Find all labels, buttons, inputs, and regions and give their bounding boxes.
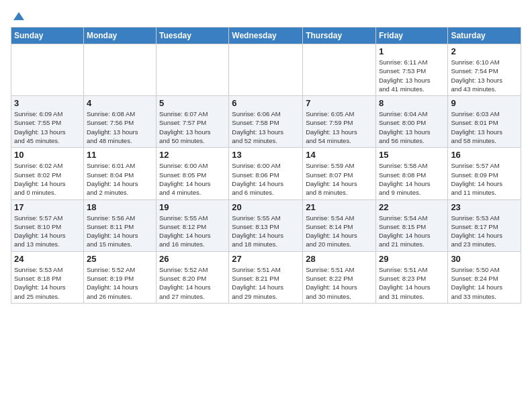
calendar-cell: 11Sunrise: 6:01 AM Sunset: 8:04 PM Dayli… (83, 148, 156, 199)
day-info: Sunrise: 6:04 AM Sunset: 8:00 PM Dayligh… (379, 109, 445, 145)
day-info: Sunrise: 6:00 AM Sunset: 8:05 PM Dayligh… (159, 161, 226, 197)
day-number: 5 (159, 98, 226, 108)
day-info: Sunrise: 5:51 AM Sunset: 8:21 PM Dayligh… (232, 265, 300, 301)
day-info: Sunrise: 5:51 AM Sunset: 8:22 PM Dayligh… (306, 265, 373, 301)
calendar-cell: 19Sunrise: 5:55 AM Sunset: 8:12 PM Dayli… (157, 199, 229, 251)
calendar-cell: 30Sunrise: 5:50 AM Sunset: 8:24 PM Dayli… (448, 251, 521, 303)
day-info: Sunrise: 5:59 AM Sunset: 8:07 PM Dayligh… (306, 161, 373, 197)
day-info: Sunrise: 5:56 AM Sunset: 8:11 PM Dayligh… (87, 214, 153, 249)
day-number: 28 (306, 254, 373, 264)
calendar-cell: 7Sunrise: 6:05 AM Sunset: 7:59 PM Daylig… (303, 96, 376, 148)
day-number: 9 (451, 98, 518, 108)
calendar-cell: 9Sunrise: 6:03 AM Sunset: 8:01 PM Daylig… (448, 96, 521, 148)
day-info: Sunrise: 6:06 AM Sunset: 7:58 PM Dayligh… (232, 109, 300, 145)
calendar-cell: 8Sunrise: 6:04 AM Sunset: 8:00 PM Daylig… (375, 96, 447, 148)
calendar-body: 1Sunrise: 6:11 AM Sunset: 7:53 PM Daylig… (11, 44, 521, 304)
calendar-cell: 18Sunrise: 5:56 AM Sunset: 8:11 PM Dayli… (83, 199, 156, 251)
weekday-header: Friday (375, 28, 447, 44)
day-number: 12 (159, 150, 226, 160)
day-number: 16 (451, 150, 518, 160)
calendar-week-row: 24Sunrise: 5:53 AM Sunset: 8:18 PM Dayli… (11, 251, 521, 303)
calendar-cell: 3Sunrise: 6:09 AM Sunset: 7:55 PM Daylig… (11, 96, 84, 148)
day-info: Sunrise: 6:00 AM Sunset: 8:06 PM Dayligh… (232, 161, 300, 197)
weekday-header: Monday (83, 28, 156, 44)
day-info: Sunrise: 6:03 AM Sunset: 8:01 PM Dayligh… (451, 109, 518, 145)
calendar-cell: 6Sunrise: 6:06 AM Sunset: 7:58 PM Daylig… (229, 96, 303, 148)
day-number: 17 (14, 202, 81, 212)
day-number: 26 (159, 254, 226, 264)
weekday-header: Tuesday (157, 28, 229, 44)
day-info: Sunrise: 5:53 AM Sunset: 8:17 PM Dayligh… (451, 214, 518, 249)
calendar-cell: 5Sunrise: 6:07 AM Sunset: 7:57 PM Daylig… (157, 96, 229, 148)
day-info: Sunrise: 5:51 AM Sunset: 8:23 PM Dayligh… (379, 265, 445, 301)
calendar-cell: 22Sunrise: 5:54 AM Sunset: 8:15 PM Dayli… (375, 199, 447, 251)
calendar-cell: 28Sunrise: 5:51 AM Sunset: 8:22 PM Dayli… (303, 251, 376, 303)
calendar-cell (303, 44, 376, 96)
calendar-cell: 15Sunrise: 5:58 AM Sunset: 8:08 PM Dayli… (375, 148, 447, 199)
day-number: 30 (451, 254, 518, 264)
day-number: 18 (87, 202, 153, 212)
calendar-cell: 1Sunrise: 6:11 AM Sunset: 7:53 PM Daylig… (375, 44, 447, 96)
day-number: 11 (87, 150, 153, 160)
calendar-table: SundayMondayTuesdayWednesdayThursdayFrid… (11, 27, 521, 304)
day-number: 24 (14, 254, 81, 264)
calendar-cell: 4Sunrise: 6:08 AM Sunset: 7:56 PM Daylig… (83, 96, 156, 148)
day-number: 3 (14, 98, 81, 108)
day-info: Sunrise: 5:55 AM Sunset: 8:13 PM Dayligh… (232, 214, 300, 249)
calendar-cell: 10Sunrise: 6:02 AM Sunset: 8:02 PM Dayli… (11, 148, 84, 199)
calendar-week-row: 3Sunrise: 6:09 AM Sunset: 7:55 PM Daylig… (11, 96, 521, 148)
day-number: 7 (306, 98, 373, 108)
calendar-cell: 27Sunrise: 5:51 AM Sunset: 8:21 PM Dayli… (229, 251, 303, 303)
calendar-cell: 29Sunrise: 5:51 AM Sunset: 8:23 PM Dayli… (375, 251, 447, 303)
calendar-week-row: 17Sunrise: 5:57 AM Sunset: 8:10 PM Dayli… (11, 199, 521, 251)
calendar-cell: 23Sunrise: 5:53 AM Sunset: 8:17 PM Dayli… (448, 199, 521, 251)
day-info: Sunrise: 6:10 AM Sunset: 7:54 PM Dayligh… (451, 58, 518, 93)
day-number: 25 (87, 254, 153, 264)
calendar-cell (157, 44, 229, 96)
day-number: 19 (159, 202, 226, 212)
day-info: Sunrise: 6:02 AM Sunset: 8:02 PM Dayligh… (14, 161, 81, 197)
day-info: Sunrise: 5:57 AM Sunset: 8:09 PM Dayligh… (451, 161, 518, 197)
calendar-cell: 20Sunrise: 5:55 AM Sunset: 8:13 PM Dayli… (229, 199, 303, 251)
calendar-cell: 26Sunrise: 5:52 AM Sunset: 8:20 PM Dayli… (157, 251, 229, 303)
day-number: 8 (379, 98, 445, 108)
calendar-cell: 16Sunrise: 5:57 AM Sunset: 8:09 PM Dayli… (448, 148, 521, 199)
day-info: Sunrise: 6:11 AM Sunset: 7:53 PM Dayligh… (379, 58, 445, 93)
day-info: Sunrise: 5:54 AM Sunset: 8:14 PM Dayligh… (306, 214, 373, 249)
day-info: Sunrise: 5:57 AM Sunset: 8:10 PM Dayligh… (14, 214, 81, 249)
day-number: 21 (306, 202, 373, 212)
page-header (11, 11, 521, 21)
calendar-week-row: 10Sunrise: 6:02 AM Sunset: 8:02 PM Dayli… (11, 148, 521, 199)
day-number: 29 (379, 254, 445, 264)
day-info: Sunrise: 6:07 AM Sunset: 7:57 PM Dayligh… (159, 109, 226, 145)
day-info: Sunrise: 5:53 AM Sunset: 8:18 PM Dayligh… (14, 265, 81, 301)
day-info: Sunrise: 6:01 AM Sunset: 8:04 PM Dayligh… (87, 161, 153, 197)
logo-icon (12, 11, 26, 24)
calendar-cell: 17Sunrise: 5:57 AM Sunset: 8:10 PM Dayli… (11, 199, 84, 251)
calendar-cell (11, 44, 84, 96)
svg-marker-0 (13, 12, 24, 20)
weekday-header: Saturday (448, 28, 521, 44)
day-info: Sunrise: 5:55 AM Sunset: 8:12 PM Dayligh… (159, 214, 226, 249)
day-number: 4 (87, 98, 153, 108)
logo (11, 11, 26, 21)
day-number: 13 (232, 150, 300, 160)
day-number: 20 (232, 202, 300, 212)
calendar-cell: 2Sunrise: 6:10 AM Sunset: 7:54 PM Daylig… (448, 44, 521, 96)
weekday-header: Thursday (303, 28, 376, 44)
day-number: 10 (14, 150, 81, 160)
day-info: Sunrise: 6:05 AM Sunset: 7:59 PM Dayligh… (306, 109, 373, 145)
calendar-header-row: SundayMondayTuesdayWednesdayThursdayFrid… (11, 28, 521, 44)
day-number: 6 (232, 98, 300, 108)
day-info: Sunrise: 5:52 AM Sunset: 8:19 PM Dayligh… (87, 265, 153, 301)
calendar-cell: 14Sunrise: 5:59 AM Sunset: 8:07 PM Dayli… (303, 148, 376, 199)
day-number: 23 (451, 202, 518, 212)
calendar-cell: 24Sunrise: 5:53 AM Sunset: 8:18 PM Dayli… (11, 251, 84, 303)
day-info: Sunrise: 5:52 AM Sunset: 8:20 PM Dayligh… (159, 265, 226, 301)
day-info: Sunrise: 5:58 AM Sunset: 8:08 PM Dayligh… (379, 161, 445, 197)
calendar-cell (229, 44, 303, 96)
day-info: Sunrise: 6:09 AM Sunset: 7:55 PM Dayligh… (14, 109, 81, 145)
day-info: Sunrise: 6:08 AM Sunset: 7:56 PM Dayligh… (87, 109, 153, 145)
calendar-cell: 12Sunrise: 6:00 AM Sunset: 8:05 PM Dayli… (157, 148, 229, 199)
weekday-header: Sunday (11, 28, 84, 44)
